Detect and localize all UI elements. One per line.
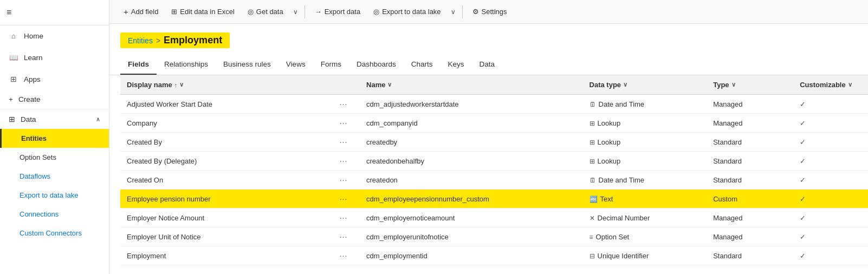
custom-sort-icon: ∨ xyxy=(848,81,852,88)
cell-data-type: 🔤Text xyxy=(583,190,707,208)
table-row: Employer Notice Amount ··· cdm_employern… xyxy=(120,208,868,227)
tab-views[interactable]: Views xyxy=(278,55,313,75)
sidebar-item-option-sets[interactable]: Option Sets xyxy=(0,148,109,167)
cell-data-type: 🗓Date and Time xyxy=(583,171,707,190)
th-dots xyxy=(331,75,360,95)
sidebar-item-custom-connectors[interactable]: Custom Connectors xyxy=(0,224,109,243)
home-icon: ⌂ xyxy=(9,32,18,40)
sidebar-item-create-label: Create xyxy=(18,95,41,103)
export-lake-button[interactable]: ◎ Export to data lake xyxy=(368,4,446,19)
cell-dots-menu[interactable]: ··· xyxy=(331,208,360,227)
cell-customizable: ✓ xyxy=(793,227,868,246)
th-type[interactable]: Type ∨ xyxy=(707,75,793,95)
cell-dots-menu[interactable]: ··· xyxy=(331,95,360,114)
sidebar-item-dataflows-label: Dataflows xyxy=(20,172,50,180)
datatype-sort-icon: ∨ xyxy=(623,81,627,88)
export-data-button[interactable]: → Export data xyxy=(309,4,366,19)
breadcrumb-parent-link[interactable]: Entities xyxy=(128,36,153,45)
cell-display-name: Created By (Delegate) xyxy=(120,152,331,171)
cell-dots-menu[interactable]: ··· xyxy=(331,114,360,133)
cell-dots-menu[interactable]: ··· xyxy=(331,133,360,152)
edit-excel-label: Edit data in Excel xyxy=(180,8,234,16)
sidebar-menu-toggle[interactable]: ≡ xyxy=(0,0,109,25)
cell-display-name: Employee pension number xyxy=(120,190,331,208)
edit-data-excel-button[interactable]: ⊞ Edit data in Excel xyxy=(166,4,239,19)
cell-customizable: ✓ xyxy=(793,208,868,227)
sidebar: ≡ ⌂ Home 📖 Learn ⊞ Apps + Create ⊞ Data … xyxy=(0,0,109,274)
sidebar-item-learn[interactable]: 📖 Learn xyxy=(0,47,109,68)
data-type-icon: ⊟ xyxy=(590,252,595,260)
cell-display-name: Employer Notice Amount xyxy=(120,208,331,227)
breadcrumb-separator: > xyxy=(156,36,160,45)
sort-toggle-icon[interactable]: ∨ xyxy=(179,81,184,88)
get-data-chevron[interactable]: ∨ xyxy=(291,5,300,19)
table-row: Adjusted Worker Start Date ··· cdm_adjus… xyxy=(120,95,868,114)
sidebar-item-export-lake[interactable]: Export to data lake xyxy=(0,186,109,205)
tab-relationships[interactable]: Relationships xyxy=(157,55,216,75)
sidebar-item-home[interactable]: ⌂ Home xyxy=(0,25,109,47)
th-data-type[interactable]: Data type ∨ xyxy=(583,75,707,95)
tab-business-rules[interactable]: Business rules xyxy=(216,55,278,75)
settings-button[interactable]: ⚙ Settings xyxy=(467,4,513,19)
sidebar-item-connections[interactable]: Connections xyxy=(0,205,109,224)
sidebar-item-data-section: ⊞ Data ∧ Entities Option Sets Dataflows … xyxy=(0,109,109,243)
get-data-button[interactable]: ◎ Get data xyxy=(242,4,289,19)
cell-display-name: Created By xyxy=(120,133,331,152)
tab-fields[interactable]: Fields xyxy=(120,55,157,75)
tab-dashboards[interactable]: Dashboards xyxy=(349,55,404,75)
apps-icon: ⊞ xyxy=(9,75,18,83)
data-icon: ⊞ xyxy=(9,115,15,123)
data-type-icon: ≡ xyxy=(590,233,593,241)
tab-charts[interactable]: Charts xyxy=(404,55,441,75)
sidebar-item-entities[interactable]: Entities xyxy=(0,129,109,148)
add-field-label: Add field xyxy=(131,8,159,16)
sidebar-item-data[interactable]: ⊞ Data ∧ xyxy=(0,109,109,129)
table-row: Created By ··· createdby ⊞Lookup Standar… xyxy=(120,133,868,152)
table-area: Display name ↑ ∨ Name ∨ xyxy=(109,75,868,274)
page-header: Entities > Employment xyxy=(109,24,868,55)
toolbar-divider-1 xyxy=(305,5,305,18)
sidebar-item-apps[interactable]: ⊞ Apps xyxy=(0,68,109,90)
tab-keys[interactable]: Keys xyxy=(440,55,471,75)
breadcrumb-wrapper: Entities > Employment xyxy=(120,32,230,48)
cell-customizable: ✓ xyxy=(793,171,868,190)
tabs-nav: Fields Relationships Business rules View… xyxy=(109,55,868,75)
cell-dots-menu[interactable]: ··· xyxy=(331,227,360,246)
tab-forms[interactable]: Forms xyxy=(313,55,349,75)
th-customizable[interactable]: Customizable ∨ xyxy=(793,75,868,95)
cell-dots-menu[interactable]: ··· xyxy=(331,246,360,265)
th-name[interactable]: Name ∨ xyxy=(360,75,583,95)
sidebar-item-dataflows[interactable]: Dataflows xyxy=(0,167,109,186)
sidebar-item-connections-label: Connections xyxy=(20,210,59,218)
cell-customizable: ✓ xyxy=(793,95,868,114)
th-display-name[interactable]: Display name ↑ ∨ xyxy=(120,75,331,95)
tab-data[interactable]: Data xyxy=(471,55,502,75)
data-expand-icon: ∧ xyxy=(96,116,100,123)
cell-display-name: Created On xyxy=(120,171,331,190)
table-row: Employer Unit of Notice ··· cdm_employer… xyxy=(120,227,868,246)
cell-name: cdm_companyid xyxy=(360,114,583,133)
cell-name: createdby xyxy=(360,133,583,152)
cell-dots-menu[interactable]: ··· xyxy=(331,152,360,171)
add-field-button[interactable]: + Add field xyxy=(118,4,164,19)
cell-dots-menu[interactable]: ··· xyxy=(331,190,360,208)
get-data-icon: ◎ xyxy=(248,8,254,16)
sidebar-item-create[interactable]: + Create xyxy=(0,90,109,109)
sidebar-item-data-label: Data xyxy=(21,115,36,123)
cell-type: Standard xyxy=(707,133,793,152)
cell-type: Managed xyxy=(707,227,793,246)
table-row: Employment ··· cdm_employmentid ⊟Unique … xyxy=(120,246,868,265)
sidebar-item-apps-label: Apps xyxy=(24,75,41,83)
cell-name: cdm_employerunitofnotice xyxy=(360,227,583,246)
cell-data-type: ⊞Lookup xyxy=(583,114,707,133)
cell-dots-menu[interactable]: ··· xyxy=(331,171,360,190)
cell-customizable: ✓ xyxy=(793,246,868,265)
add-field-icon: + xyxy=(124,7,128,16)
type-sort-icon: ∨ xyxy=(731,81,736,88)
sidebar-item-option-sets-label: Option Sets xyxy=(20,153,56,161)
fields-table: Display name ↑ ∨ Name ∨ xyxy=(120,75,868,265)
breadcrumb-current-page: Employment xyxy=(164,35,222,46)
export-data-icon: → xyxy=(315,8,322,16)
table-row: Created By (Delegate) ··· createdonbehal… xyxy=(120,152,868,171)
export-lake-chevron[interactable]: ∨ xyxy=(449,5,458,19)
